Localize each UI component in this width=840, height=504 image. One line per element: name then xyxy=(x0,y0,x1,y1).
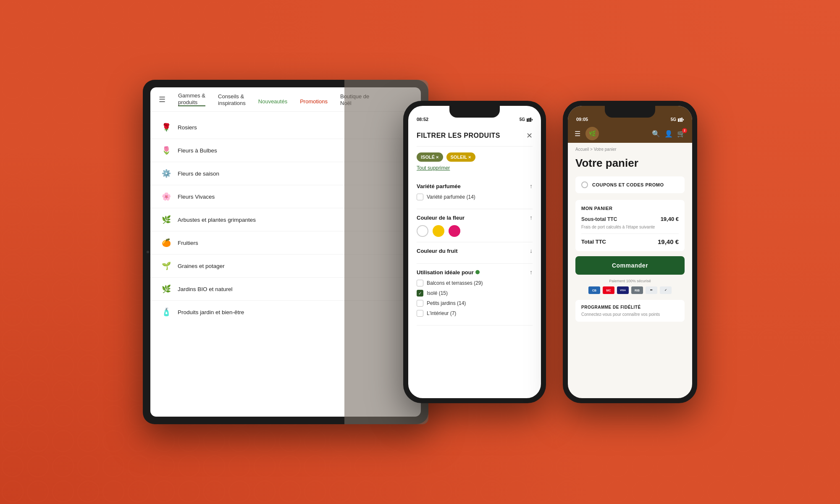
pay-icon-check: ✓ xyxy=(660,286,672,294)
tablet-frame: ☰ Gammes & produits Conseils & inspirati… xyxy=(143,80,428,424)
filter-section-fruit-header[interactable]: Couleur du fruit ↓ xyxy=(417,247,533,254)
pay-icon-cb: CB xyxy=(588,286,600,294)
battery-icon xyxy=(527,118,533,122)
filter-section-variete-title: Variété parfumée xyxy=(417,183,461,189)
cart-hamburger-icon[interactable]: ☰ xyxy=(575,130,580,138)
fidelity-title: PROGRAMME DE FIDÉLITÉ xyxy=(581,305,679,310)
coupon-radio[interactable] xyxy=(581,181,588,188)
checkbox-row-petits: Petits jardins (14) xyxy=(417,300,533,307)
hamburger-icon[interactable]: ☰ xyxy=(159,95,165,104)
vivaces-icon: 🌸 xyxy=(161,191,172,202)
cart-page-title: Votre panier xyxy=(575,157,685,170)
filter-section-fruit-title: Couleur du fruit xyxy=(417,248,458,254)
pay-icon-rib: RIB xyxy=(631,286,643,294)
payment-icons: CB MC VISA RIB ✏ ✓ xyxy=(575,286,685,294)
cart-count-badge: 2 xyxy=(682,128,687,133)
couleur-toggle-icon: ↑ xyxy=(530,214,533,221)
filter-tag-isole[interactable]: ISOLÉ × xyxy=(417,152,443,162)
filter-section-variete-header[interactable]: Variété parfumée ↑ xyxy=(417,183,533,189)
total-value: 19,40 € xyxy=(658,238,679,245)
filter-active-tags: ISOLÉ × SOLEIL × xyxy=(417,152,533,162)
svg-rect-1 xyxy=(528,118,530,122)
color-swatch-pink[interactable] xyxy=(449,225,460,237)
svg-rect-0 xyxy=(527,118,528,122)
checkbox-variete[interactable] xyxy=(417,194,423,200)
coupon-label: COUPONS ET CODES PROMO xyxy=(592,182,664,187)
logo-icon: 🌿 xyxy=(589,130,596,137)
checkbox-row-isole: ✓ Isolé (15) xyxy=(417,290,533,297)
commander-button[interactable]: Commander xyxy=(575,256,685,275)
checkbox-isole[interactable]: ✓ xyxy=(417,290,423,297)
total-label: Total TTC xyxy=(581,239,606,245)
cart-nav-left: ☰ 🌿 xyxy=(575,127,599,140)
filter-section-utilisation-title: Utilisation idéale pour xyxy=(417,269,474,276)
total-row: Total TTC 19,40 € xyxy=(581,238,679,245)
cart-icon-badge[interactable]: 🛒 2 xyxy=(677,130,685,138)
svg-rect-2 xyxy=(530,118,531,122)
phone2-notch xyxy=(605,106,655,118)
cart-summary-section: MON PANIER Sous-total TTC 19,40 € Frais … xyxy=(575,200,685,251)
coupon-section[interactable]: COUPONS ET CODES PROMO xyxy=(575,176,685,193)
phone2-signal: 5G xyxy=(671,117,676,122)
cart-logo: 🌿 xyxy=(585,127,599,140)
color-swatch-yellow[interactable] xyxy=(433,225,444,237)
svg-rect-3 xyxy=(532,119,533,121)
main-scene: ☰ Gammes & produits Conseils & inspirati… xyxy=(0,0,840,504)
shipping-note: Frais de port calculés à l'étape suivant… xyxy=(581,225,679,229)
cart-breadcrumb: Accueil > Votre panier xyxy=(575,147,685,152)
cart-content: Accueil > Votre panier Votre panier COUP… xyxy=(568,143,692,398)
checkbox-isole-label: Isolé (15) xyxy=(427,290,448,296)
pay-icon-edit: ✏ xyxy=(646,286,657,294)
cart-nav-right: 🔍 👤 🛒 2 xyxy=(652,130,685,138)
pay-icon-visa: VISA xyxy=(617,286,629,294)
saison-icon: ⚙️ xyxy=(161,168,172,179)
filter-tag-soleil[interactable]: SOLEIL × xyxy=(446,152,475,162)
color-swatches-fleur xyxy=(417,225,533,237)
tablet-nav-items: Gammes & produits Conseils & inspiration… xyxy=(178,92,369,106)
nav-item-conseils[interactable]: Conseils & inspirations xyxy=(218,93,246,106)
tablet-camera xyxy=(147,251,149,253)
checkbox-balcons-label: Balcons et terrasses (29) xyxy=(427,280,483,286)
phone1-time: 08:52 xyxy=(417,117,428,122)
utilisation-info-dot xyxy=(475,270,480,274)
utilisation-toggle-icon: ↑ xyxy=(530,269,533,276)
bulbes-icon: 🌷 xyxy=(161,145,172,156)
jardins-bio-icon: 🌿 xyxy=(161,284,172,294)
phone1-status-right: 5G xyxy=(520,117,533,122)
svg-rect-6 xyxy=(681,118,682,122)
nav-item-nouveautes[interactable]: Nouveautés xyxy=(258,98,287,106)
phone2-time: 09:05 xyxy=(576,117,588,122)
checkbox-balcons[interactable] xyxy=(417,280,423,286)
sous-total-row: Sous-total TTC 19,40 € xyxy=(581,216,679,222)
nav-item-gammes[interactable]: Gammes & produits xyxy=(178,92,205,106)
phone2-status-right: 5G xyxy=(671,117,684,122)
svg-rect-7 xyxy=(683,119,684,121)
filter-title: FILTRER LES PRODUITS xyxy=(417,132,500,139)
color-swatch-white[interactable] xyxy=(417,225,428,237)
tablet-device: ☰ Gammes & produits Conseils & inspirati… xyxy=(143,80,428,424)
sous-total-label: Sous-total TTC xyxy=(581,216,617,222)
search-icon[interactable]: 🔍 xyxy=(652,130,660,138)
svg-rect-4 xyxy=(678,118,679,122)
filter-section-variete: Variété parfumée ↑ Variété parfumée (14) xyxy=(417,178,533,209)
account-icon[interactable]: 👤 xyxy=(664,130,673,138)
battery-icon-2 xyxy=(678,118,684,122)
fidelity-section: PROGRAMME DE FIDÉLITÉ Connectez-vous pou… xyxy=(575,300,685,322)
filter-close-button[interactable]: ✕ xyxy=(526,131,533,140)
filter-section-couleur-header[interactable]: Couleur de la fleur ↑ xyxy=(417,214,533,221)
checkbox-interieur-label: L'intérieur (7) xyxy=(427,310,456,316)
filter-header: FILTRER LES PRODUITS ✕ xyxy=(417,124,533,147)
checkbox-petits[interactable] xyxy=(417,300,423,307)
checkbox-row-variete: Variété parfumée (14) xyxy=(417,194,533,200)
filter-clear-all[interactable]: Tout supprimer xyxy=(417,165,533,171)
phone1-notch xyxy=(449,106,500,118)
filter-section-couleur-fruit: Couleur du fruit ↓ xyxy=(417,242,533,264)
checkbox-interieur[interactable] xyxy=(417,310,423,317)
nav-item-promotions[interactable]: Promotions xyxy=(300,98,328,106)
arbustes-icon: 🌿 xyxy=(161,214,172,225)
tablet-screen: ☰ Gammes & produits Conseils & inspirati… xyxy=(150,87,421,417)
checkbox-row-interieur: L'intérieur (7) xyxy=(417,310,533,317)
filter-section-utilisation-header[interactable]: Utilisation idéale pour ↑ xyxy=(417,269,533,276)
phone1-frame: 08:52 5G FILTRER LES PRODUITS xyxy=(403,101,546,403)
fidelity-desc: Connectez-vous pour connaître vos points xyxy=(581,312,679,317)
